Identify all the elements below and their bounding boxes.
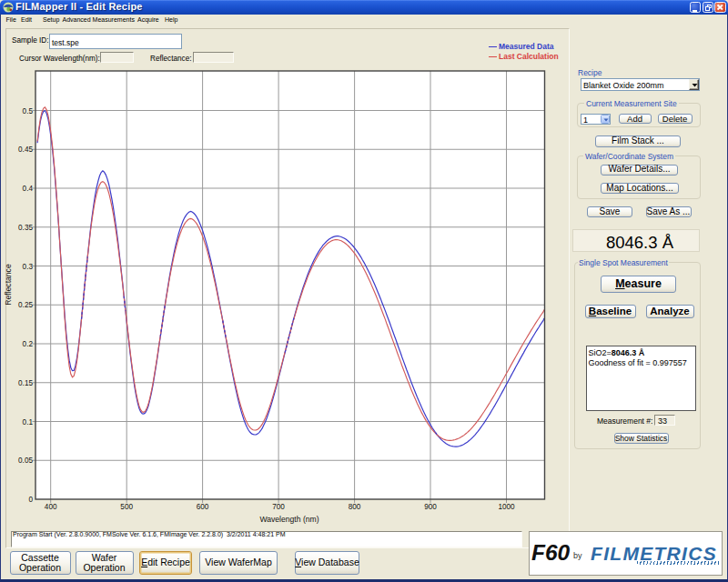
svg-text:0.35: 0.35 <box>18 224 33 232</box>
svg-text:500: 500 <box>120 503 133 511</box>
svg-text:400: 400 <box>45 503 57 511</box>
svg-text:0.3: 0.3 <box>23 263 34 271</box>
svg-text:700: 700 <box>272 503 285 511</box>
svg-text:0: 0 <box>28 496 33 504</box>
svg-text:Wavelength (nm): Wavelength (nm) <box>259 515 318 524</box>
svg-text:0.15: 0.15 <box>18 379 33 387</box>
svg-text:0.5: 0.5 <box>23 107 34 115</box>
svg-text:800: 800 <box>349 503 361 511</box>
svg-text:0.45: 0.45 <box>18 146 33 154</box>
svg-text:0.05: 0.05 <box>18 457 33 465</box>
svg-text:0.25: 0.25 <box>18 301 33 309</box>
svg-text:Reflectance: Reflectance <box>4 264 13 306</box>
svg-text:0.1: 0.1 <box>23 418 34 426</box>
svg-text:600: 600 <box>197 503 209 511</box>
svg-text:1000: 1000 <box>498 503 515 511</box>
svg-text:900: 900 <box>424 503 437 511</box>
svg-text:0.2: 0.2 <box>23 340 34 348</box>
svg-text:0.4: 0.4 <box>23 185 34 193</box>
